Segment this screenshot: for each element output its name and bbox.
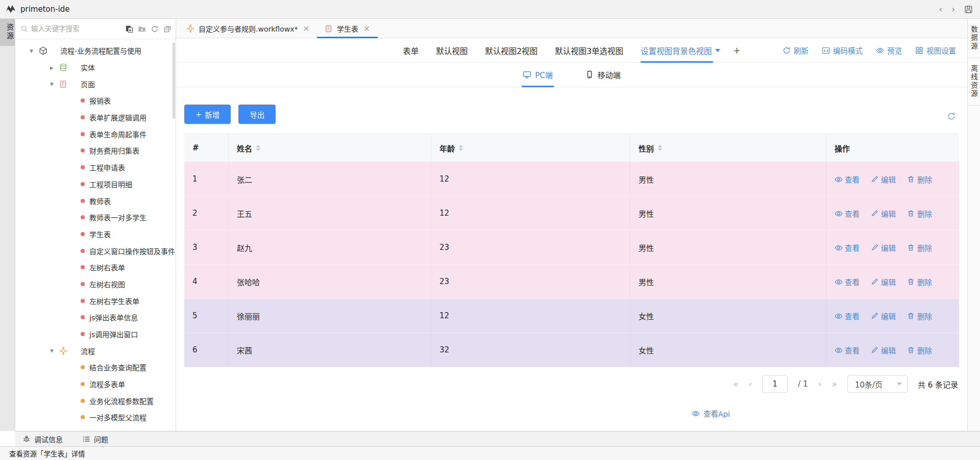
view-row-button[interactable]: 查看 bbox=[835, 311, 860, 321]
view-tab[interactable]: 默认视图 bbox=[436, 38, 468, 63]
search-input[interactable] bbox=[31, 25, 122, 33]
next-page-button[interactable]: › bbox=[818, 379, 822, 389]
right-tab-datasource[interactable]: 数据源 bbox=[969, 19, 979, 58]
tree-item[interactable]: 一对多模型父流程 bbox=[15, 409, 176, 426]
tree-caret-icon[interactable] bbox=[50, 64, 59, 71]
table-row[interactable]: 4 张哈哈 23 男性 查看 编辑 bbox=[184, 265, 959, 299]
document-tab[interactable]: 学生表 × bbox=[317, 19, 378, 38]
chevron-down-icon[interactable] bbox=[715, 49, 720, 52]
sidebar-scrollbar[interactable] bbox=[173, 42, 175, 119]
table-header-cell[interactable]: 姓名 bbox=[229, 134, 431, 162]
view-api-link[interactable]: 查看Api bbox=[692, 408, 967, 419]
tree-caret-icon[interactable] bbox=[50, 81, 59, 87]
delete-row-button[interactable]: 删除 bbox=[907, 174, 932, 185]
view-row-button[interactable]: 查看 bbox=[835, 174, 860, 185]
edit-row-button[interactable]: 编辑 bbox=[871, 276, 896, 287]
first-page-button[interactable]: « bbox=[733, 379, 738, 389]
table-header-cell[interactable]: 操作 bbox=[826, 134, 959, 162]
delete-row-button[interactable]: 删除 bbox=[907, 345, 932, 355]
prev-page-button[interactable]: ‹ bbox=[749, 379, 752, 389]
export-button[interactable]: 导出 bbox=[238, 105, 276, 124]
delete-row-button[interactable]: 删除 bbox=[907, 276, 932, 287]
tree-item[interactable]: 业务化流程参数配置 bbox=[15, 392, 176, 409]
save-icon[interactable] bbox=[964, 5, 973, 14]
panel-item[interactable]: 问题 bbox=[82, 434, 108, 444]
tree-item[interactable]: 页面 bbox=[15, 75, 176, 92]
sort-icon[interactable] bbox=[658, 145, 662, 151]
edit-row-button[interactable]: 编辑 bbox=[871, 242, 896, 253]
table-header-cell[interactable]: 年龄 bbox=[431, 134, 630, 162]
tree-item[interactable]: 流程-业务流程配置与使用 bbox=[15, 42, 176, 59]
tree-item[interactable]: js弹出表单信息 bbox=[15, 309, 176, 326]
sort-icon[interactable] bbox=[256, 145, 260, 151]
view-row-button[interactable]: 查看 bbox=[835, 208, 860, 219]
table-row[interactable]: 1 张二 12 男性 查看 编辑 bbox=[184, 162, 959, 196]
tree-item[interactable]: js调用弹出窗口 bbox=[15, 326, 176, 343]
tree-item[interactable]: 左树右表单 bbox=[15, 259, 176, 276]
view-tab[interactable]: 设置视图背景色视图 bbox=[641, 38, 720, 63]
edit-row-button[interactable]: 编辑 bbox=[871, 311, 896, 321]
edit-row-button[interactable]: 编辑 bbox=[871, 208, 896, 219]
import-model-icon[interactable] bbox=[125, 25, 133, 33]
table-refresh-icon[interactable] bbox=[947, 112, 956, 121]
last-page-button[interactable]: » bbox=[832, 379, 837, 389]
view-action-button[interactable]: 刷新 bbox=[782, 45, 808, 56]
delete-row-button[interactable]: 删除 bbox=[907, 242, 932, 253]
add-view-button[interactable]: + bbox=[733, 45, 741, 56]
tree-item[interactable]: 财务费用归集表 bbox=[15, 142, 176, 159]
nav-back-icon[interactable]: ‹ bbox=[939, 5, 942, 14]
tree-item[interactable]: 流程多表单 bbox=[15, 376, 176, 393]
tree-item[interactable]: 左树右视图 bbox=[15, 276, 176, 293]
tree-caret-icon[interactable] bbox=[50, 347, 59, 354]
tree-item[interactable]: 工程项目明细 bbox=[15, 176, 176, 193]
edit-row-button[interactable]: 编辑 bbox=[871, 345, 896, 355]
tree-item[interactable]: 表单扩展逻辑调用 bbox=[15, 109, 176, 126]
device-tab[interactable]: 移动端 bbox=[585, 63, 621, 87]
tree-item[interactable]: 流程 bbox=[15, 342, 176, 359]
page-number-input[interactable] bbox=[762, 375, 788, 393]
tree-item[interactable]: 自定义窗口操作按钮及事件 bbox=[15, 242, 176, 259]
table-header-cell[interactable]: # bbox=[184, 134, 229, 162]
view-row-button[interactable]: 查看 bbox=[835, 242, 860, 253]
view-action-button[interactable]: 视图设置 bbox=[915, 45, 956, 56]
view-tab[interactable]: 默认视图3单选视图 bbox=[555, 38, 623, 63]
edit-row-button[interactable]: 编辑 bbox=[871, 174, 896, 185]
tree-item[interactable]: 学生表 bbox=[15, 226, 176, 243]
view-action-button[interactable]: 预览 bbox=[876, 45, 902, 56]
add-button[interactable]: + 新增 bbox=[184, 105, 231, 124]
activity-tab-resources[interactable]: 资源 bbox=[0, 19, 15, 46]
collapse-all-icon[interactable] bbox=[163, 25, 172, 33]
new-folder-icon[interactable] bbox=[138, 25, 146, 33]
table-row[interactable]: 3 赵九 23 男性 查看 编辑 bbox=[184, 231, 959, 265]
tree-caret-icon[interactable] bbox=[30, 47, 39, 54]
tree-item[interactable]: 教师表一对多学生 bbox=[15, 209, 176, 226]
view-action-button[interactable]: 编码模式 bbox=[822, 45, 863, 56]
close-tab-icon[interactable]: × bbox=[363, 24, 370, 33]
sort-icon[interactable] bbox=[459, 145, 463, 151]
delete-row-button[interactable]: 删除 bbox=[907, 311, 932, 321]
document-tab[interactable]: 自定义参与者规则.workflowx* × bbox=[179, 19, 317, 38]
close-tab-icon[interactable]: × bbox=[303, 24, 309, 33]
tree-item[interactable]: 表单生命周起事件 bbox=[15, 125, 176, 142]
page-size-select[interactable]: 10条/页 bbox=[847, 375, 908, 393]
view-row-button[interactable]: 查看 bbox=[835, 276, 860, 287]
table-row[interactable]: 2 王五 12 男性 查看 编辑 bbox=[184, 196, 959, 231]
panel-item[interactable]: 调试信息 bbox=[22, 434, 63, 444]
view-tab[interactable]: 默认视图2视图 bbox=[485, 38, 537, 63]
view-tab[interactable]: 表单 bbox=[403, 38, 419, 63]
tree-item[interactable]: 工程申请表 bbox=[15, 159, 176, 176]
tree-item[interactable]: 实体 bbox=[15, 59, 176, 76]
table-row[interactable]: 5 徐丽丽 12 女性 查看 编辑 bbox=[184, 299, 959, 333]
table-row[interactable]: 6 宋茜 32 女性 查看 编辑 bbox=[184, 333, 959, 367]
reload-tree-icon[interactable] bbox=[151, 25, 159, 33]
right-tab-offline[interactable]: 离线资源 bbox=[969, 58, 979, 105]
device-tab[interactable]: PC端 bbox=[523, 63, 553, 87]
tree-item[interactable]: 结合业务查询配置 bbox=[15, 359, 176, 376]
delete-row-button[interactable]: 删除 bbox=[907, 208, 932, 219]
tree-item[interactable]: 左树右学生表单 bbox=[15, 292, 176, 309]
tree-item[interactable]: 报销表 bbox=[15, 92, 176, 109]
nav-forward-icon[interactable]: › bbox=[951, 5, 955, 14]
view-row-button[interactable]: 查看 bbox=[835, 345, 860, 355]
table-header-cell[interactable]: 性别 bbox=[630, 134, 826, 162]
tree-item[interactable]: 教师表 bbox=[15, 192, 176, 209]
